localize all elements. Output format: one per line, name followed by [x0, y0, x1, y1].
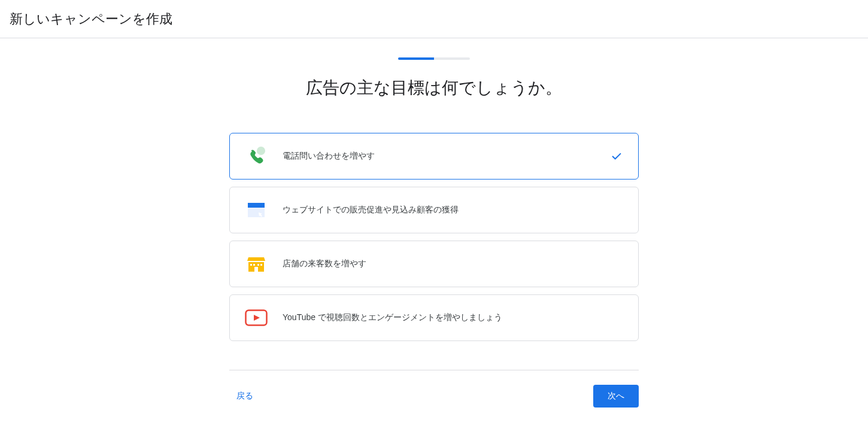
- svg-rect-2: [248, 208, 265, 217]
- svg-point-0: [257, 147, 265, 155]
- phone-icon: [244, 144, 268, 168]
- goal-options: 電話問い合わせを増やす ウェブサイトでの販売促進や見込み顧客の獲得: [229, 133, 639, 341]
- next-button[interactable]: 次へ: [593, 385, 639, 408]
- website-icon: [244, 198, 268, 222]
- goal-option-label: 電話問い合わせを増やす: [283, 151, 609, 162]
- goal-option-website[interactable]: ウェブサイトでの販売促進や見込み顧客の獲得: [229, 187, 639, 233]
- svg-rect-1: [248, 203, 265, 208]
- check-icon: [609, 149, 624, 163]
- svg-rect-5: [250, 264, 252, 266]
- youtube-icon: [244, 306, 268, 330]
- main-content: 広告の主な目標は何でしょうか。 電話問い合わせを増やす: [0, 38, 868, 408]
- app-header: 新しいキャンペーンを作成: [0, 0, 868, 38]
- progress-bar: [398, 57, 470, 60]
- back-button[interactable]: 戻る: [229, 386, 260, 406]
- goal-option-label: 店舗の来客数を増やす: [283, 259, 624, 269]
- goal-option-store[interactable]: 店舗の来客数を増やす: [229, 241, 639, 287]
- footer-nav: 戻る 次へ: [229, 370, 639, 408]
- svg-rect-8: [260, 264, 262, 266]
- progress-step-2: [434, 57, 470, 60]
- svg-rect-7: [257, 264, 259, 266]
- page-title: 新しいキャンペーンを作成: [10, 10, 172, 28]
- svg-rect-4: [254, 267, 258, 272]
- goal-option-youtube[interactable]: YouTube で視聴回数とエンゲージメントを増やしましょう: [229, 294, 639, 341]
- question-heading: 広告の主な目標は何でしょうか。: [306, 77, 562, 99]
- goal-option-label: YouTube で視聴回数とエンゲージメントを増やしましょう: [283, 312, 624, 323]
- svg-rect-6: [253, 264, 255, 266]
- goal-option-calls[interactable]: 電話問い合わせを増やす: [229, 133, 639, 180]
- goal-option-label: ウェブサイトでの販売促進や見込み顧客の獲得: [283, 205, 624, 215]
- progress-step-1: [398, 57, 434, 60]
- store-icon: [244, 252, 268, 276]
